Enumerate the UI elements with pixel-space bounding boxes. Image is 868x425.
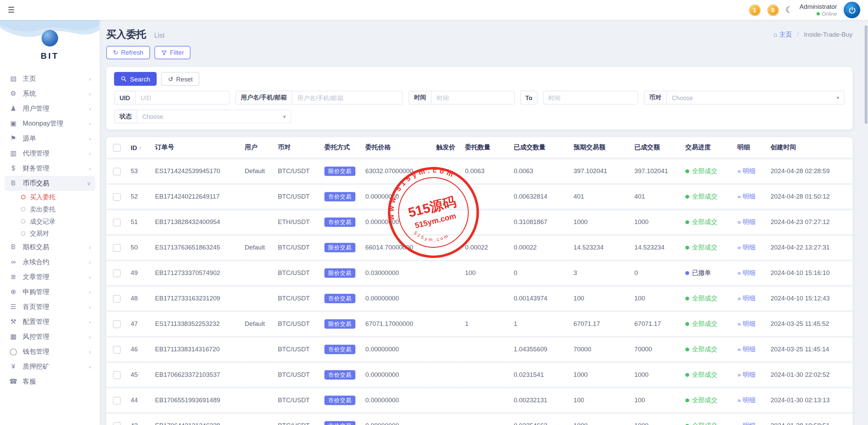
avatar[interactable] [844,2,860,18]
detail-link[interactable]: » 明细 [737,371,755,378]
status-select[interactable]: Choose ▾ [137,110,291,124]
select-all-checkbox[interactable] [113,144,121,151]
sidebar-item-wallet[interactable]: ◯ 钱包管理 ‹ [4,344,95,359]
status-dot [685,169,689,173]
time-end-input[interactable] [543,91,638,105]
cell-expected-total: 1000 [569,209,630,235]
cell-user [240,260,273,286]
breadcrumb-home-link[interactable]: ⌂ 主页 [774,31,792,37]
cell-detail: » 明细 [733,413,766,425]
mode-badge: 市价交易 [324,345,355,354]
sidebar-subitem-sell-orders[interactable]: 卖出委托 [4,203,95,215]
sidebar-item-staking[interactable]: ¥ 质押挖矿 ‹ [4,359,95,374]
sidebar-item-homepage[interactable]: ☰ 首页管理 ‹ [4,299,95,314]
reset-button[interactable]: ↺ Reset [161,72,199,86]
funnel-icon [161,50,167,56]
dark-mode-toggle-icon[interactable]: ☾ [785,5,793,15]
cell-mode: 限价交易 [320,311,361,337]
status-dot [685,271,689,275]
detail-link[interactable]: » 明细 [737,295,755,302]
cell-filled-total: 1000 [630,413,681,425]
detail-link[interactable]: » 明细 [737,244,755,251]
filter-button[interactable]: Filter [155,46,191,59]
row-checkbox[interactable] [113,193,121,201]
row-checkbox[interactable] [113,346,121,354]
sidebar-item-label: 首页管理 [23,303,84,311]
brand-logo[interactable]: BIT [0,20,100,60]
sidebar-item-config[interactable]: ⚒ 配置管理 ‹ [4,314,95,329]
sidebar-item-home[interactable]: ▤ 主页 ‹ [4,71,95,86]
detail-link[interactable]: » 明细 [737,346,755,353]
detail-link[interactable]: » 明细 [737,320,755,327]
cell-trigger-price [432,209,460,235]
detail-link[interactable]: » 明细 [737,168,755,174]
sidebar-item-finance[interactable]: $ 财务管理 ‹ [4,161,95,176]
row-checkbox[interactable] [113,320,121,328]
detail-link[interactable]: » 明细 [737,270,755,276]
sidebar-item-moonpay[interactable]: ▣ Moonpay管理 ‹ [4,116,95,131]
sidebar-item-risk[interactable]: ▦ 风控管理 ‹ [4,329,95,344]
page-subtitle: List [154,32,164,39]
status-dot [685,373,689,377]
vertical-scrollbar[interactable] [864,20,868,425]
hamburger-menu-icon[interactable]: ☰ [8,5,15,14]
sidebar-item-spot-trading[interactable]: B 币币交易 ∨ [4,176,95,191]
detail-link[interactable]: » 明细 [737,397,755,404]
coin-badge-2-icon[interactable]: 0 [767,4,779,16]
menu-icon: ⊕ [9,288,18,296]
cell-id: 51 [126,209,151,235]
sidebar-item-perpetual[interactable]: ∞ 永续合约 ‹ [4,255,95,270]
search-button[interactable]: Search [114,72,157,86]
cell-detail: » 明细 [733,184,766,209]
cell-mode: 限价交易 [320,235,361,260]
double-chevron-icon: » [737,295,741,302]
pair-select[interactable]: Choose ▾ [667,91,845,105]
pair-label: 币对 [644,91,667,105]
cell-filled-amount: 0.0063 [509,159,569,184]
sidebar-subitem-trading-pairs[interactable]: 交易对 [4,227,95,240]
row-checkbox[interactable] [113,397,121,405]
row-checkbox[interactable] [113,371,121,379]
row-checkbox[interactable] [113,168,121,175]
chevron-icon: ‹ [89,90,91,98]
cell-pair: BTC/USDT [273,388,320,413]
sidebar-item-articles[interactable]: ≣ 文章管理 ‹ [4,270,95,284]
table-row: 47 ES1711338352253232 Default BTC/USDT 限… [106,311,852,337]
sidebar-item-options-trading[interactable]: B 期权交易 ‹ [4,240,95,255]
row-checkbox[interactable] [113,244,121,252]
detail-link[interactable]: » 明细 [737,422,755,425]
cell-pair: BTC/USDT [273,235,320,260]
cell-select [106,388,126,413]
user-status: Online [799,11,837,17]
coin-badge-1-icon[interactable]: 1 [749,4,760,16]
row-checkbox[interactable] [113,270,121,277]
row-checkbox[interactable] [113,295,121,303]
reset-label: Reset [176,76,193,82]
menu-icon: ⚙ [9,90,18,98]
sidebar-subitem-trade-records[interactable]: 成交记录 [4,215,95,227]
status-badge: 全部成交 [685,294,718,302]
cell-expected-total: 100 [569,388,630,413]
sidebar-item-source-orders[interactable]: ⚑ 源单 ‹ [4,131,95,146]
sidebar-item-system[interactable]: ⚙ 系统 ‹ [4,86,95,101]
sidebar-item-subscription[interactable]: ⊕ 申购管理 ‹ [4,284,95,299]
sidebar-subitem-buy-orders[interactable]: 买入委托 [4,191,95,203]
cell-expected-total: 397.102041 [569,159,630,184]
sort-asc-icon[interactable]: ↑ [139,145,142,151]
scrollbar-thumb[interactable] [865,25,867,124]
cell-mode: 市价交易 [320,388,361,413]
time-start-input[interactable] [432,91,515,105]
user-info[interactable]: Administrator Online [799,3,837,17]
refresh-button[interactable]: ↻ Refresh [106,46,150,59]
row-checkbox[interactable] [113,422,121,425]
cell-user [240,286,273,311]
uid-input[interactable] [135,91,230,105]
detail-link[interactable]: » 明细 [737,193,755,200]
sidebar-item-agents[interactable]: ▥ 代理管理 ‹ [4,146,95,161]
cell-id: 53 [126,159,151,184]
row-checkbox[interactable] [113,219,121,226]
user-filter-input[interactable] [292,91,403,105]
detail-link[interactable]: » 明细 [737,219,755,225]
sidebar-item-support[interactable]: ☎ 客服 [4,374,95,389]
sidebar-item-users[interactable]: ♟ 用户管理 ‹ [4,101,95,116]
